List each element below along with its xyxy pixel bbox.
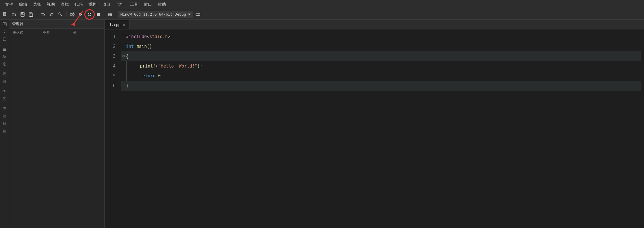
save-button[interactable] xyxy=(18,10,27,18)
main-parens: () xyxy=(147,42,152,51)
line-num-6: 6 xyxy=(105,81,116,91)
code-line-5: return 0; xyxy=(121,71,641,81)
sidebar-icon-1[interactable] xyxy=(1,21,9,28)
int-keyword: int xyxy=(126,42,134,51)
sidebar-icon-11[interactable] xyxy=(1,105,9,112)
svg-rect-27 xyxy=(110,14,111,15)
svg-rect-39 xyxy=(3,38,6,41)
code-line-2: int main() xyxy=(121,42,641,51)
code-line-3: ⊟ { xyxy=(121,51,641,61)
return-zero: 0 xyxy=(158,71,161,81)
code-line-1: #include<stdio.h> xyxy=(121,32,641,42)
new-button[interactable] xyxy=(1,10,9,18)
sidebar-icon-13[interactable]: 辅 xyxy=(1,120,9,127)
open-brace: { xyxy=(126,51,129,61)
string-hello: "Hello, World!" xyxy=(158,61,197,71)
svg-rect-6 xyxy=(21,14,24,16)
svg-point-10 xyxy=(59,13,61,15)
save-all-button[interactable] xyxy=(27,10,35,18)
menu-select[interactable]: 选择 xyxy=(30,1,44,8)
sidebar-icon-3[interactable] xyxy=(1,36,9,43)
svg-rect-8 xyxy=(30,13,31,14)
sidebar-icon-14[interactable]: 控 xyxy=(1,128,9,134)
menu-view[interactable]: 视图 xyxy=(44,1,58,8)
sidebar-icon-10[interactable] xyxy=(1,95,9,102)
stdio-h: stdio.h xyxy=(149,32,168,42)
sidebar-icon-2[interactable]: 文 xyxy=(1,28,9,35)
include-bracket-open: < xyxy=(147,32,149,42)
line-num-3: 3 xyxy=(105,51,116,61)
printf-func: printf xyxy=(140,61,155,71)
menu-run[interactable]: 运行 xyxy=(113,1,127,8)
debug-button[interactable] xyxy=(86,10,94,18)
menu-tools[interactable]: 工具 xyxy=(127,1,141,8)
menu-help[interactable]: 帮助 xyxy=(155,1,169,8)
fold-3[interactable]: ⊟ xyxy=(121,51,126,61)
svg-rect-43 xyxy=(3,50,6,51)
svg-rect-47 xyxy=(3,90,5,92)
svg-marker-29 xyxy=(188,14,191,15)
col-value: 值 xyxy=(72,30,102,36)
indent-4 xyxy=(129,61,140,71)
sidebar-icon-7[interactable]: 视 xyxy=(1,70,9,77)
tab-close-button[interactable]: ✕ xyxy=(123,23,125,27)
menu-edit[interactable]: 编辑 xyxy=(16,1,30,8)
sidebar-icon-8[interactable]: 调 xyxy=(1,78,9,85)
svg-rect-5 xyxy=(21,12,23,14)
menu-code[interactable]: 代码 xyxy=(72,1,86,8)
app-container: 文件 编辑 选择 视图 查找 代码 重构 项目 运行 工具 窗口 帮助 xyxy=(0,0,644,228)
compiler-dropdown[interactable]: MinGW GCC 11.2.0 64-bit Debug xyxy=(118,11,193,18)
line-numbers: 1 2 3 4 5 6 xyxy=(105,32,119,226)
include-keyword: #include xyxy=(126,32,147,42)
printf-close: ); xyxy=(197,61,203,71)
svg-rect-26 xyxy=(109,13,110,14)
menu-refactor[interactable]: 重构 xyxy=(86,1,99,8)
separator-1 xyxy=(37,12,37,17)
printf-open: ( xyxy=(155,61,158,71)
separator-4 xyxy=(116,12,116,17)
close-brace: } xyxy=(126,81,129,91)
svg-rect-13 xyxy=(73,14,74,15)
menu-file[interactable]: 文件 xyxy=(2,1,16,8)
main-area: 文 源 视 调 设 辅 控 xyxy=(0,20,644,228)
svg-rect-28 xyxy=(109,15,110,16)
line-num-4: 4 xyxy=(105,61,116,71)
sidebar-icon-6[interactable] xyxy=(1,61,9,68)
svg-rect-9 xyxy=(30,16,33,17)
sidebar-icon-4[interactable] xyxy=(1,46,9,53)
col-expression: 表达式 xyxy=(12,30,42,36)
compiler-settings-button[interactable] xyxy=(194,10,202,18)
open-button[interactable] xyxy=(10,10,18,18)
debug-panel-header: 表达式 类型 值 xyxy=(9,29,104,37)
compiler-label: MinGW GCC 11.2.0 64-bit Debug xyxy=(120,12,186,16)
menu-search[interactable]: 查找 xyxy=(58,1,72,8)
build-button[interactable] xyxy=(68,10,76,18)
find-button[interactable] xyxy=(56,10,64,18)
sidebar-icon-9[interactable] xyxy=(1,88,9,95)
tab-1cpp[interactable]: 1.cpp ✕ xyxy=(105,20,130,29)
undo-button[interactable] xyxy=(39,10,47,18)
left-sidebar: 文 源 视 调 设 辅 控 xyxy=(0,20,9,228)
return-keyword: return xyxy=(140,71,155,81)
stop-button[interactable] xyxy=(94,10,102,18)
col-type: 类型 xyxy=(42,30,72,36)
main-func: main xyxy=(136,42,147,51)
redo-button[interactable] xyxy=(48,10,56,18)
menu-window[interactable]: 窗口 xyxy=(141,1,155,8)
debug-panel-title: 管理器 xyxy=(9,20,104,29)
menu-project[interactable]: 项目 xyxy=(99,1,113,8)
code-line-6: } xyxy=(121,81,641,91)
semicolon-5: ; xyxy=(161,71,163,81)
code-editor[interactable]: 1 2 3 4 5 6 #include<stdio.h> xyxy=(105,29,644,228)
run-button[interactable] xyxy=(77,10,85,18)
sidebar-icon-5[interactable]: 源 xyxy=(1,53,9,60)
space-return xyxy=(155,71,158,81)
svg-rect-22 xyxy=(97,13,100,16)
include-bracket-close: > xyxy=(168,32,170,42)
settings-button[interactable] xyxy=(106,10,114,18)
line-num-5: 5 xyxy=(105,71,116,81)
editor-scrollbar[interactable] xyxy=(641,32,644,226)
sidebar-icon-12[interactable]: 设 xyxy=(1,113,9,119)
debug-panel: 管理器 表达式 类型 值 xyxy=(9,20,105,228)
space-1 xyxy=(134,42,136,51)
